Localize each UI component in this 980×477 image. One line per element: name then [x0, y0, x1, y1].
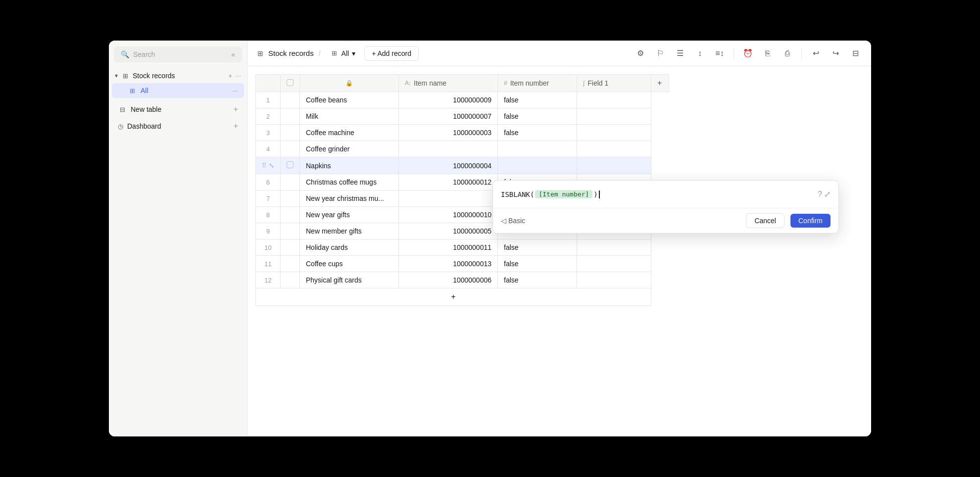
header-checkbox[interactable] — [287, 79, 294, 86]
table-row: 12Physical gift cards1000000006false — [256, 272, 669, 288]
collapse-button[interactable]: « — [231, 50, 235, 58]
add-field-cell — [577, 141, 651, 157]
item-name-cell[interactable]: Coffee beans — [300, 92, 399, 108]
row-number: 4 — [256, 141, 281, 157]
field1-cell[interactable]: false — [498, 272, 577, 288]
toolbar-divider-2 — [801, 48, 802, 58]
field1-cell[interactable]: false — [498, 239, 577, 256]
field1-cell[interactable]: false — [498, 125, 577, 141]
item-number-cell[interactable]: 1000000010 — [399, 207, 498, 223]
row-number: 1 — [256, 92, 281, 108]
redo-button[interactable]: ↪ — [828, 46, 843, 61]
undo-button[interactable]: ↩ — [808, 46, 824, 61]
item-number-cell[interactable]: 1000000012 — [399, 174, 498, 191]
row-checkbox[interactable] — [281, 191, 300, 207]
field1-cell[interactable]: false — [498, 92, 577, 108]
field1-cell[interactable] — [498, 157, 577, 174]
item-number-cell[interactable] — [399, 191, 498, 207]
formula-back-button[interactable]: ◁ Basic — [501, 217, 525, 225]
item-number-cell[interactable]: 1000000007 — [399, 108, 498, 125]
formula-confirm-button[interactable]: Confirm — [790, 214, 831, 228]
field1-cell[interactable] — [498, 141, 577, 157]
row-checkbox[interactable] — [281, 108, 300, 125]
row-checkbox[interactable] — [281, 223, 300, 239]
formula-cancel-button[interactable]: Cancel — [746, 213, 784, 228]
item-number-cell[interactable]: 1000000004 — [399, 157, 498, 174]
add-record-button[interactable]: + Add record — [364, 46, 419, 61]
settings-button[interactable]: ⚙ — [633, 46, 648, 61]
item-number-cell[interactable]: 1000000003 — [399, 125, 498, 141]
item-number-cell[interactable]: 1000000006 — [399, 272, 498, 288]
table-row: ⠿⤡Napkins1000000004 — [256, 157, 669, 174]
formula-text: ISBLANK( [Item number] ) — [501, 190, 816, 198]
formula-cursor — [599, 191, 600, 198]
checkbox[interactable] — [287, 161, 294, 168]
sort-button[interactable]: ↕ — [692, 46, 708, 61]
group-button[interactable]: ≡↕ — [712, 46, 728, 61]
sidebar-item-all-view[interactable]: ⊞ All ··· — [112, 83, 244, 98]
fields-button[interactable]: ☰ — [672, 46, 688, 61]
item-number-cell[interactable] — [399, 141, 498, 157]
dashboard-item[interactable]: ◷ Dashboard + — [112, 119, 244, 134]
add-table-button[interactable]: + — [228, 72, 232, 80]
view-more-button[interactable]: ··· — [232, 87, 238, 95]
item-name-cell[interactable]: Christmas coffee mugs — [300, 174, 399, 191]
toolbar-view-name: All — [342, 49, 349, 57]
item-name-cell[interactable]: Physical gift cards — [300, 272, 399, 288]
table-header[interactable]: ▾ ⊞ Stock records + ··· — [109, 68, 247, 83]
copy-button[interactable]: ⎘ — [760, 46, 776, 61]
row-checkbox[interactable] — [281, 157, 300, 174]
comment-button[interactable]: ⎙ — [780, 46, 795, 61]
item-name-cell[interactable]: New year christmas mu... — [300, 191, 399, 207]
item-number-cell[interactable]: 1000000005 — [399, 223, 498, 239]
app-window: 🔍 Search « ▾ ⊞ Stock records + ··· ⊞ — [109, 41, 871, 436]
row-checkbox[interactable] — [281, 207, 300, 223]
item-name-cell[interactable]: Coffee grinder — [300, 141, 399, 157]
more-table-button[interactable]: ··· — [235, 72, 241, 80]
new-table-add-button[interactable]: + — [234, 105, 238, 114]
toolbar-view-chevron: ▾ — [352, 49, 355, 57]
item-name-cell[interactable]: New year gifts — [300, 207, 399, 223]
item-name-cell[interactable]: Napkins — [300, 157, 399, 174]
formula-prefix: ISBLANK( — [501, 191, 534, 198]
row-checkbox[interactable] — [281, 125, 300, 141]
table-row: 3Coffee machine1000000003false — [256, 125, 669, 141]
toolbar-view-selector[interactable]: ⊞ All ▾ — [326, 48, 361, 59]
item-number-cell[interactable]: 1000000011 — [399, 239, 498, 256]
toolbar-table-icon: ⊞ — [255, 48, 265, 58]
formula-expand-button[interactable]: ⤢ — [824, 190, 831, 199]
row-checkbox[interactable] — [281, 141, 300, 157]
clock-button[interactable]: ⏰ — [740, 46, 756, 61]
row-checkbox[interactable] — [281, 174, 300, 191]
filter-button[interactable]: ⚐ — [652, 46, 668, 61]
search-table-button[interactable]: ⊟ — [847, 46, 863, 61]
item-number-cell[interactable]: 1000000009 — [399, 92, 498, 108]
dashboard-add-button[interactable]: + — [234, 122, 238, 131]
item-name-cell[interactable]: Coffee machine — [300, 125, 399, 141]
field1-cell[interactable]: false — [498, 256, 577, 272]
col-checkbox-header[interactable] — [281, 75, 300, 92]
item-name-cell[interactable]: Holiday cards — [300, 239, 399, 256]
row-checkbox[interactable] — [281, 256, 300, 272]
row-number: ⠿⤡ — [256, 157, 281, 174]
col-field1-header[interactable]: ∫ Field 1 — [577, 75, 651, 92]
col-item-number-header[interactable]: # Item number — [498, 75, 577, 92]
new-table-item[interactable]: ⊟ New table + — [112, 102, 244, 117]
item-name-cell[interactable]: Milk — [300, 108, 399, 125]
formula-help-button[interactable]: ? — [818, 190, 822, 199]
row-checkbox[interactable] — [281, 92, 300, 108]
item-name-cell[interactable]: New member gifts — [300, 223, 399, 239]
search-bar[interactable]: 🔍 Search « — [114, 47, 242, 62]
add-row-button[interactable]: + — [256, 288, 651, 306]
row-checkbox[interactable] — [281, 272, 300, 288]
row-number: 12 — [256, 272, 281, 288]
item-number-cell[interactable]: 1000000013 — [399, 256, 498, 272]
expand-icon[interactable]: ⤡ — [269, 162, 274, 169]
col-item-name-header[interactable]: Aː Item name — [399, 75, 498, 92]
formula-editor[interactable]: ISBLANK( [Item number] ) ? ⤢ — [493, 181, 838, 208]
item-name-cell[interactable]: Coffee cups — [300, 256, 399, 272]
table-header-row: 🔒 Aː Item name # Item number — [256, 75, 669, 92]
field1-cell[interactable]: false — [498, 108, 577, 125]
row-checkbox[interactable] — [281, 239, 300, 256]
add-field-button[interactable]: + — [651, 75, 669, 92]
